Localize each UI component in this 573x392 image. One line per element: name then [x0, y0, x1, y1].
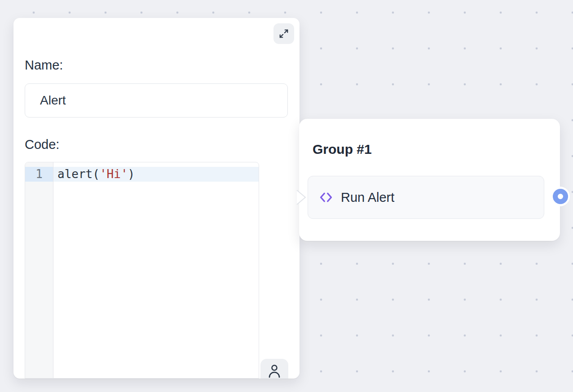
editor-content[interactable]: alert('Hi') [53, 162, 259, 378]
code-token-plain: alert( [57, 167, 100, 181]
person-icon [267, 363, 282, 378]
flow-canvas[interactable]: { "canvas": { "background_color": "#EFF0… [0, 0, 573, 392]
line-number: 1 [25, 167, 53, 182]
code-token-string: 'Hi' [100, 167, 128, 181]
group-node-card[interactable]: Group #1 Run Alert [299, 119, 560, 241]
user-button[interactable] [260, 359, 288, 379]
expand-button[interactable] [273, 23, 294, 44]
node-editor-panel: Name: Code: 1 alert('Hi') [13, 18, 300, 379]
node-run-alert[interactable]: Run Alert [308, 176, 544, 219]
name-label: Name: [25, 58, 63, 73]
editor-gutter: 1 [25, 162, 53, 378]
connection-handle[interactable] [553, 189, 568, 204]
code-line[interactable]: alert('Hi') [53, 167, 259, 182]
node-label: Run Alert [341, 190, 394, 205]
expand-icon [279, 29, 289, 39]
code-editor[interactable]: 1 alert('Hi') [25, 162, 259, 379]
code-token-plain: ) [128, 167, 135, 181]
chevron-right-icon [296, 189, 307, 205]
code-label: Code: [25, 137, 59, 152]
name-input[interactable] [25, 83, 288, 118]
group-title: Group #1 [313, 142, 372, 157]
code-icon [319, 191, 333, 204]
